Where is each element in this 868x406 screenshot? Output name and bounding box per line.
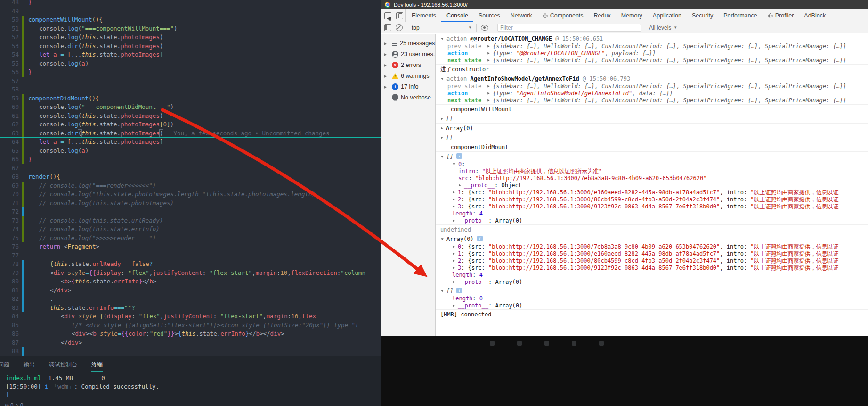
tab-components[interactable]: Components [537,9,589,22]
disclosure-triangle-icon[interactable] [453,266,455,269]
code-line[interactable]: 77 [0,251,381,260]
code-line[interactable]: 71// console.log(this.state.photoImages) [0,199,381,208]
code-line[interactable]: 68render(){ [0,173,381,182]
disclosure-triangle-icon[interactable] [453,163,455,166]
code-line[interactable]: 63console.dir(this.state.photoImages)You… [0,129,381,138]
code-line[interactable]: 67 [0,164,381,173]
disclosure-triangle-icon[interactable] [384,53,387,56]
devtools-titlebar[interactable]: DevTools - 192.168.56.1:3000/ [381,0,868,9]
tab-security[interactable]: Security [687,9,718,22]
tab-adblock[interactable]: AdBlock [799,9,831,22]
code-line[interactable]: 81</div> [0,286,381,295]
disclosure-triangle-icon[interactable] [487,85,490,87]
inspect-element-icon[interactable] [384,12,391,19]
code-line[interactable]: 54let a = [...this.state.photoImages] [0,50,381,59]
disclosure-triangle-icon[interactable] [453,205,455,207]
context-dropdown[interactable]: top ▼ [412,25,472,31]
code-editor[interactable]: 48}4950componentWillMount(){51console.lo… [0,0,381,406]
device-toolbar-icon[interactable] [396,12,403,19]
status-problems[interactable]: ⊘ 0 △ 0 [5,402,23,406]
filter-input[interactable] [497,24,641,32]
code-line[interactable]: 53console.dir(this.state.photoImages) [0,42,381,51]
code-line[interactable]: 70// console.log("this.state.photoImages… [0,190,381,199]
disclosure-triangle-icon[interactable] [384,86,387,89]
disclosure-triangle-icon[interactable] [384,64,387,67]
panel-tab-输出[interactable]: 输出 [24,356,35,372]
disclosure-triangle-icon[interactable] [453,191,455,193]
tab-network[interactable]: Network [505,9,537,22]
code-line[interactable]: 55console.log(a) [0,59,381,68]
code-line[interactable]: 60console.log("===componentDidMount===") [0,103,381,112]
code-line[interactable]: 51console.log("===componentWillMount==="… [0,25,381,33]
disclosure-triangle-icon[interactable] [384,75,387,78]
code-line[interactable]: 76return <Fragment> [0,242,381,251]
disclosure-triangle-icon[interactable] [453,252,455,255]
code-line[interactable]: 83this.state.errInfo===""? [0,304,381,313]
code-line[interactable]: 49 [0,7,381,16]
disclosure-triangle-icon[interactable] [441,38,443,40]
terminal-output[interactable]: index.html 1.45 MB 0[15:50:00] i 「wdm」: … [0,372,381,399]
disclosure-triangle-icon[interactable] [487,92,490,94]
code-line[interactable]: 59componentDidMount(){ [0,94,381,103]
code-line[interactable]: 85{/* <div style={{alignSelf:"flex-start… [0,321,381,330]
code-line[interactable]: 69// console.log("===render<<<<<<") [0,182,381,191]
sidebar-filter-23-user-mes-[interactable]: 23 user mes... [381,49,435,59]
disclosure-triangle-icon[interactable] [453,198,455,200]
code-line[interactable]: 57 [0,77,381,86]
tab-elements[interactable]: Elements [406,9,441,22]
disclosure-triangle-icon[interactable] [441,78,443,80]
code-line[interactable]: 82: [0,295,381,304]
disclosure-triangle-icon[interactable] [487,99,490,101]
panel-tab-终端[interactable]: 终端 [91,356,103,372]
tab-profiler[interactable]: Profiler [763,9,799,22]
disclosure-triangle-icon[interactable] [487,45,490,47]
disclosure-triangle-icon[interactable] [453,259,455,262]
code-line[interactable]: 74// console.log(this.state.errInfo) [0,225,381,234]
log-levels-dropdown[interactable]: All levels ▼ [649,25,677,31]
disclosure-triangle-icon[interactable] [441,127,443,129]
code-line[interactable]: 58 [0,85,381,94]
code-line[interactable]: 66} [0,155,381,164]
code-line[interactable]: 75// console.log(">>>>>render====") [0,234,381,243]
code-line[interactable]: 73// console.log(this.state.urlReady) [0,216,381,225]
tab-sources[interactable]: Sources [473,9,505,22]
disclosure-triangle-icon[interactable] [441,117,443,120]
tab-memory[interactable]: Memory [616,9,648,22]
disclosure-triangle-icon[interactable] [441,156,443,158]
disclosure-triangle-icon[interactable] [441,136,443,139]
sidebar-filter-25-messages[interactable]: 25 messages [381,38,435,49]
disclosure-triangle-icon[interactable] [487,59,490,61]
code-line[interactable]: 62console.log(this.state.photoImages[0]) [0,120,381,129]
code-line[interactable]: 61console.log(this.state.photoImages) [0,112,381,121]
sidebar-filter-6-warnings[interactable]: 6 warnings [381,70,435,81]
disclosure-triangle-icon[interactable] [441,290,443,292]
live-expression-eye-icon[interactable] [481,25,488,31]
tab-performance[interactable]: Performance [718,9,763,22]
code-line[interactable]: 65console.log(a) [0,147,381,156]
code-line[interactable]: 56} [0,68,381,77]
code-line[interactable]: 79<div style={{display: "flex",justifyCo… [0,269,381,278]
code-line[interactable]: 72 [0,207,381,216]
disclosure-triangle-icon[interactable] [384,42,387,45]
disclosure-triangle-icon[interactable] [441,238,443,240]
tab-console[interactable]: Console [441,9,473,22]
tab-application[interactable]: Application [648,9,687,22]
code-line[interactable]: 86<div><b style={{color:"red"}}>{this.st… [0,330,381,339]
disclosure-triangle-icon[interactable] [453,219,455,222]
sidebar-filter-no-verbose[interactable]: No verbose [381,92,435,103]
panel-tab-调试控制台[interactable]: 调试控制台 [49,356,77,372]
code-line[interactable]: 80<b>{this.state.errInfo}</b> [0,277,381,286]
code-line[interactable]: 84<div style={{display: "flex",justifyCo… [0,312,381,321]
disclosure-triangle-icon[interactable] [459,184,461,186]
panel-tab-问题[interactable]: 问题 [0,356,9,372]
code-line[interactable]: 87</div> [0,339,381,348]
sidebar-filter-2-errors[interactable]: 2 errors [381,59,435,70]
sidebar-filter-17-info[interactable]: 17 info [381,81,435,92]
disclosure-triangle-icon[interactable] [453,304,455,307]
clear-console-icon[interactable] [396,24,403,31]
disclosure-triangle-icon[interactable] [453,245,455,248]
code-area[interactable]: 48}4950componentWillMount(){51console.lo… [0,0,381,356]
code-line[interactable]: 88 [0,347,381,356]
code-line[interactable]: 78{this.state.urlReady===false? [0,260,381,269]
disclosure-triangle-icon[interactable] [453,281,455,283]
